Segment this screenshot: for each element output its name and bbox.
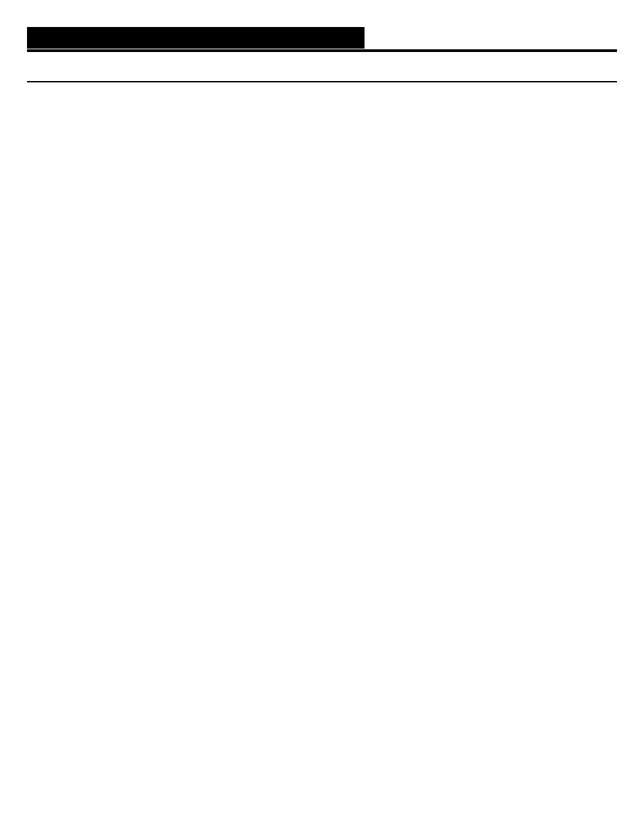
header-black-bar bbox=[27, 27, 365, 49]
header-rule-thick bbox=[27, 49, 617, 52]
header-rule-thin bbox=[27, 81, 617, 82]
